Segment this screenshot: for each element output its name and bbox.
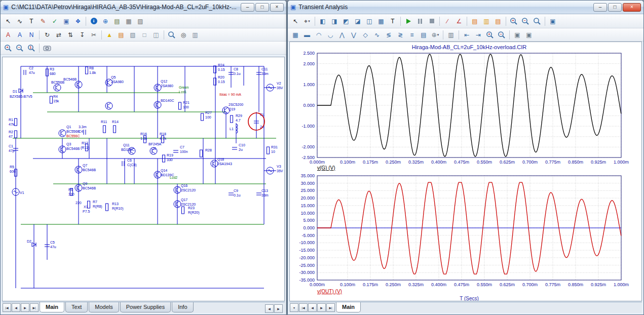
analysis-titlebar[interactable]: ▣ Transient Analysis –□× bbox=[288, 1, 643, 14]
tab-nav-0[interactable]: |◀ bbox=[3, 303, 11, 312]
properties-icon[interactable]: ▣ bbox=[547, 16, 558, 26]
stack-plots-icon[interactable]: ≡ bbox=[406, 30, 418, 40]
flag-mode-icon[interactable]: ✓ bbox=[49, 16, 60, 26]
maximize-button[interactable]: □ bbox=[255, 3, 269, 12]
graphics-mode-icon[interactable]: ✎ bbox=[37, 16, 49, 26]
trace-valley-icon[interactable]: ◡ bbox=[325, 30, 336, 40]
rotate-icon[interactable]: ↻ bbox=[42, 30, 53, 40]
attribute-text-icon[interactable]: A bbox=[14, 30, 25, 40]
tab-nav-3[interactable]: ▶ bbox=[317, 303, 326, 312]
numeric-output-icon[interactable]: ▤ bbox=[469, 16, 480, 26]
node-numbers-icon[interactable]: ▤ bbox=[111, 16, 123, 26]
zoom-in-icon[interactable]: + bbox=[3, 43, 14, 53]
maximize-button[interactable]: □ bbox=[608, 3, 622, 12]
waveform-buffer-icon[interactable]: ▥ bbox=[481, 16, 492, 26]
wire-mode-icon[interactable]: ∿ bbox=[14, 16, 25, 26]
tab-scroll-1[interactable]: ▶ bbox=[274, 304, 283, 313]
stop-icon[interactable] bbox=[426, 16, 437, 26]
fit-width-icon[interactable]: ⇤ bbox=[461, 30, 472, 40]
schematic-titlebar[interactable]: ▣ C:\MC11\DATA\Petrov\Hiraga\HIRAGA_AB-3… bbox=[1, 1, 286, 14]
tab-text[interactable]: Text bbox=[65, 302, 88, 312]
trace-wave-icon[interactable]: ∿ bbox=[371, 30, 383, 40]
tabbar-scrollbar[interactable]: ◀▶ bbox=[264, 303, 283, 313]
find-icon[interactable] bbox=[166, 30, 177, 40]
tab-nav-1[interactable]: ◀ bbox=[12, 303, 20, 312]
help-icon[interactable]: ⊕ bbox=[100, 16, 111, 26]
camera-icon[interactable] bbox=[42, 43, 53, 53]
horizontal-grids-icon[interactable]: ▦ bbox=[290, 30, 301, 40]
go-to-y-icon[interactable]: ≷ bbox=[395, 30, 406, 40]
attach-icon[interactable]: ⊕▾ bbox=[430, 30, 441, 40]
zoom-out-icon[interactable]: − bbox=[14, 43, 25, 53]
box-icon[interactable]: □ bbox=[139, 30, 150, 40]
cut-wire-icon[interactable]: ✂ bbox=[88, 30, 99, 40]
zoom-in-icon[interactable]: + bbox=[508, 16, 519, 26]
scale-mode-icon[interactable]: ◧ bbox=[317, 16, 328, 26]
trace-cross-icon[interactable]: ◇ bbox=[360, 30, 371, 40]
tab-power-supplies[interactable]: Power Supplies bbox=[120, 302, 171, 312]
watch-icon[interactable]: ▤ bbox=[493, 16, 504, 26]
copy-window-icon[interactable]: ▣ bbox=[523, 30, 535, 40]
overlay-plots-icon[interactable]: ▤ bbox=[418, 30, 429, 40]
tab-nav-4[interactable]: ▶| bbox=[326, 303, 335, 312]
trace-high-icon[interactable]: ⋀ bbox=[336, 30, 348, 40]
grid-text-icon[interactable]: A bbox=[3, 30, 14, 40]
flip-horizontal-icon[interactable]: ⇄ bbox=[53, 30, 64, 40]
tab-info[interactable]: Info bbox=[172, 302, 193, 312]
close-button[interactable]: × bbox=[623, 3, 641, 12]
component-mode-icon[interactable]: ▣ bbox=[61, 16, 72, 26]
macro-icon[interactable]: ▤ bbox=[116, 30, 127, 40]
select-mode-icon[interactable]: ↖ bbox=[3, 16, 14, 26]
warning-icon[interactable]: ▲ bbox=[104, 30, 115, 40]
copy-plot-icon[interactable]: ▣ bbox=[512, 30, 523, 40]
trace-peak-icon[interactable]: ◠ bbox=[313, 30, 324, 40]
select-mode-icon[interactable]: ↖ bbox=[290, 16, 301, 26]
tangent-icon[interactable]: ∠ bbox=[453, 16, 465, 26]
tab-nav-2[interactable]: ◀ bbox=[308, 303, 317, 312]
vertical-tag-icon[interactable]: ◫ bbox=[364, 16, 375, 26]
run-icon[interactable] bbox=[403, 16, 414, 26]
tab-scroll-0[interactable]: ◀ bbox=[265, 304, 274, 313]
data-points-icon[interactable]: ▥ bbox=[445, 30, 457, 40]
tab-models[interactable]: Models bbox=[89, 302, 119, 312]
fit-height-icon[interactable]: ⇥ bbox=[473, 30, 484, 40]
cursor-mode-icon[interactable]: ⌖▾ bbox=[301, 16, 313, 26]
text-mode-icon[interactable]: T bbox=[387, 16, 398, 26]
horizontal-tag-icon[interactable]: ◪ bbox=[352, 16, 363, 26]
step-down-icon[interactable]: ↧ bbox=[77, 30, 88, 40]
pause-icon[interactable] bbox=[414, 16, 426, 26]
zoom-out-icon[interactable]: − bbox=[520, 16, 531, 26]
windows-icon[interactable]: ▦ bbox=[123, 16, 134, 26]
notes-icon[interactable]: ▥ bbox=[190, 30, 201, 40]
tab-nav-3[interactable]: ▶| bbox=[30, 303, 39, 312]
text-mode-icon[interactable]: T bbox=[26, 16, 37, 26]
tab-nav-0[interactable]: ▾ bbox=[290, 303, 298, 312]
baseline-icon[interactable]: ▬ bbox=[301, 30, 313, 40]
analysis-plot-area[interactable]: Hiraga-Mod-AB_CL=2uF_10kHz-overload.CIR2… bbox=[289, 42, 642, 301]
zoom-in-icon[interactable]: + bbox=[484, 30, 496, 40]
tab-main[interactable]: Main bbox=[336, 302, 361, 312]
schematic-canvas[interactable]: C247uD1BZX585-B7V5R3680BC556BR81.8kBC546… bbox=[2, 57, 285, 301]
mirror-icon[interactable]: ◫ bbox=[150, 30, 162, 40]
flip-vertical-icon[interactable]: ⇅ bbox=[65, 30, 76, 40]
tab-nav-1[interactable]: |◀ bbox=[299, 303, 308, 312]
zoom-auto-icon[interactable] bbox=[532, 16, 543, 26]
region-select-icon[interactable]: ▧ bbox=[127, 30, 138, 40]
tab-main[interactable]: Main bbox=[40, 302, 64, 312]
point-tag-icon[interactable]: ◩ bbox=[340, 16, 352, 26]
info-icon[interactable]: i bbox=[88, 16, 99, 26]
performance-tag-icon[interactable]: ▦ bbox=[375, 16, 387, 26]
minimize-button[interactable]: – bbox=[593, 3, 607, 12]
go-to-x-icon[interactable]: ≶ bbox=[383, 30, 394, 40]
slope-icon[interactable]: ∕ bbox=[442, 16, 453, 26]
calculate-icon[interactable]: ▨ bbox=[135, 16, 146, 26]
trace-low-icon[interactable]: ⋁ bbox=[348, 30, 359, 40]
find-part-icon[interactable]: ❖ bbox=[72, 16, 84, 26]
browse-icon[interactable]: ◎ bbox=[178, 30, 189, 40]
zoom-100-icon[interactable]: 1 bbox=[26, 43, 37, 53]
tab-nav-2[interactable]: ▶ bbox=[21, 303, 29, 312]
minimize-button[interactable]: – bbox=[241, 3, 254, 12]
node-number-icon[interactable]: N bbox=[26, 30, 37, 40]
close-button[interactable]: × bbox=[270, 3, 284, 12]
zoom-out-icon[interactable]: − bbox=[496, 30, 507, 40]
